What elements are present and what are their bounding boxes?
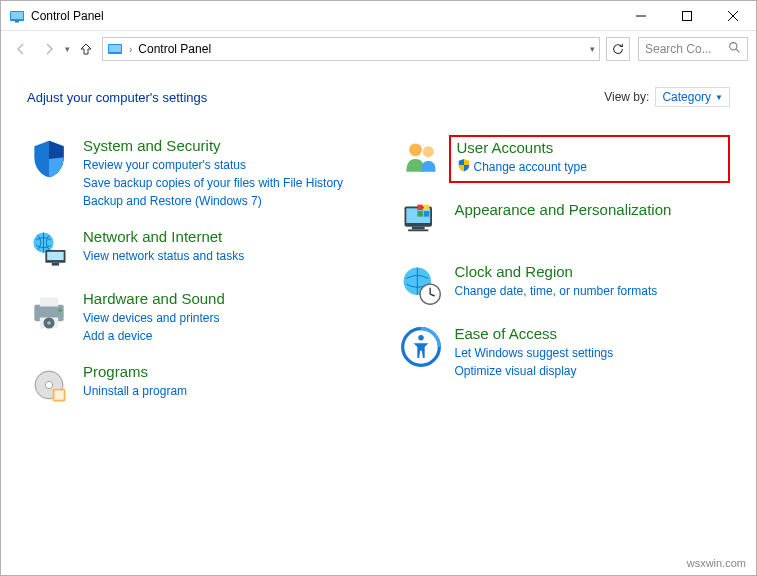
svg-rect-16	[40, 297, 58, 306]
content-area: Adjust your computer's settings View by:…	[1, 67, 756, 427]
svg-rect-2	[15, 21, 19, 23]
category-link[interactable]: Review your computer's status	[83, 156, 359, 174]
forward-button[interactable]	[37, 37, 61, 61]
control-panel-icon	[107, 41, 123, 57]
view-by-label: View by:	[604, 90, 649, 104]
svg-rect-33	[423, 205, 429, 211]
category-link[interactable]: Change date, time, or number formats	[455, 282, 731, 300]
category-title[interactable]: Ease of Access	[455, 325, 731, 342]
category-link[interactable]: Let Windows suggest settings	[455, 344, 731, 362]
window-controls	[618, 1, 756, 30]
category-link[interactable]: View devices and printers	[83, 309, 359, 327]
category-title[interactable]: System and Security	[83, 137, 359, 154]
view-by-value-text: Category	[662, 90, 711, 104]
page-title: Adjust your computer's settings	[27, 90, 207, 105]
svg-point-26	[409, 143, 422, 156]
title-bar: Control Panel	[1, 1, 756, 31]
svg-point-18	[58, 308, 62, 312]
highlighted-section: User Accounts Change account type	[449, 135, 731, 183]
svg-point-23	[45, 381, 52, 388]
address-bar[interactable]: › Control Panel ▾	[102, 37, 600, 61]
uac-shield-icon	[457, 158, 471, 177]
categories-grid: System and Security Review your computer…	[27, 137, 730, 407]
svg-point-20	[47, 321, 51, 325]
category-title[interactable]: Hardware and Sound	[83, 290, 359, 307]
ease-of-access-icon	[399, 325, 443, 369]
address-location: Control Panel	[138, 42, 584, 56]
clock-globe-icon	[399, 263, 443, 307]
category-system-security: System and Security Review your computer…	[27, 137, 359, 210]
network-icon	[27, 228, 71, 272]
change-account-type-link[interactable]: Change account type	[457, 158, 723, 177]
shield-icon	[27, 137, 71, 181]
category-title[interactable]: Network and Internet	[83, 228, 359, 245]
navigation-bar: ▾ › Control Panel ▾ Search Co...	[1, 31, 756, 67]
category-link[interactable]: Uninstall a program	[83, 382, 359, 400]
category-network-internet: Network and Internet View network status…	[27, 228, 359, 272]
svg-rect-1	[11, 12, 23, 19]
svg-rect-34	[417, 211, 423, 217]
programs-icon	[27, 363, 71, 407]
svg-rect-4	[683, 11, 692, 20]
refresh-button[interactable]	[606, 37, 630, 61]
category-link[interactable]: Save backup copies of your files with Fi…	[83, 174, 359, 192]
view-by-selector: View by: Category ▼	[604, 87, 730, 107]
category-link[interactable]: Add a device	[83, 327, 359, 345]
svg-rect-25	[55, 391, 64, 400]
close-button[interactable]	[710, 1, 756, 30]
category-user-accounts: User Accounts Change account type	[399, 137, 731, 183]
svg-point-27	[422, 146, 433, 157]
up-button[interactable]	[74, 37, 98, 61]
printer-icon	[27, 290, 71, 334]
svg-rect-14	[52, 263, 59, 266]
category-link[interactable]: Backup and Restore (Windows 7)	[83, 192, 359, 210]
category-link[interactable]: View network status and tasks	[83, 247, 359, 265]
content-header: Adjust your computer's settings View by:…	[27, 87, 730, 107]
svg-point-9	[730, 43, 737, 50]
chevron-down-icon: ▼	[715, 93, 723, 102]
category-title[interactable]: Programs	[83, 363, 359, 380]
window-title: Control Panel	[31, 9, 618, 23]
maximize-button[interactable]	[664, 1, 710, 30]
category-title[interactable]: Appearance and Personalization	[455, 201, 731, 218]
category-title[interactable]: User Accounts	[457, 139, 723, 156]
minimize-button[interactable]	[618, 1, 664, 30]
svg-point-41	[418, 335, 424, 341]
category-link[interactable]: Optimize visual display	[455, 362, 731, 380]
right-column: User Accounts Change account type Appea	[399, 137, 731, 407]
chevron-right-icon[interactable]: ›	[129, 44, 132, 55]
svg-rect-8	[109, 45, 121, 52]
search-icon	[728, 41, 741, 57]
category-title[interactable]: Clock and Region	[455, 263, 731, 280]
category-clock-region: Clock and Region Change date, time, or n…	[399, 263, 731, 307]
control-panel-icon	[9, 8, 25, 24]
category-hardware-sound: Hardware and Sound View devices and prin…	[27, 290, 359, 345]
recent-locations-dropdown[interactable]: ▾	[65, 44, 70, 54]
category-appearance-personalization: Appearance and Personalization	[399, 201, 731, 245]
svg-rect-13	[47, 252, 64, 260]
svg-line-10	[736, 49, 739, 52]
search-input[interactable]: Search Co...	[638, 37, 748, 61]
users-icon	[399, 137, 443, 181]
back-button[interactable]	[9, 37, 33, 61]
category-ease-of-access: Ease of Access Let Windows suggest setti…	[399, 325, 731, 380]
svg-rect-30	[411, 227, 424, 230]
view-by-dropdown[interactable]: Category ▼	[655, 87, 730, 107]
search-placeholder: Search Co...	[645, 42, 724, 56]
address-dropdown-icon[interactable]: ▾	[590, 44, 595, 54]
svg-rect-35	[423, 211, 429, 217]
watermark: wsxwin.com	[687, 557, 746, 569]
svg-rect-31	[408, 230, 428, 232]
left-column: System and Security Review your computer…	[27, 137, 359, 407]
appearance-icon	[399, 201, 443, 245]
svg-rect-32	[417, 205, 423, 211]
category-programs: Programs Uninstall a program	[27, 363, 359, 407]
